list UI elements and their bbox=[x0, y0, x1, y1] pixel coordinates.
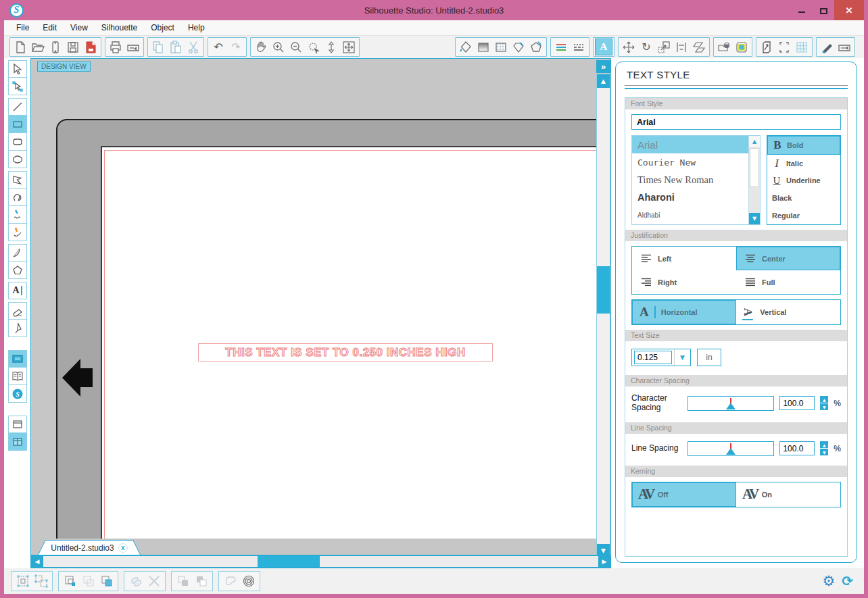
menu-silhouette[interactable]: Silhouette bbox=[95, 20, 144, 35]
select-tool[interactable] bbox=[8, 60, 27, 78]
orientation-vertical-button[interactable]: AVertical bbox=[736, 300, 840, 324]
scroll-left-button[interactable]: ◀ bbox=[31, 555, 43, 568]
sketch-style-button[interactable] bbox=[510, 39, 527, 55]
style-bold-button[interactable]: BBold bbox=[767, 136, 840, 155]
vertical-scroll-thumb[interactable] bbox=[597, 266, 610, 314]
text-tool[interactable]: A bbox=[8, 282, 27, 299]
font-item-arial[interactable]: Arial bbox=[632, 136, 748, 153]
ungroup-button[interactable] bbox=[32, 572, 50, 590]
artwork-text[interactable]: THIS TEXT IS SET TO 0.250 INCHES HIGH bbox=[198, 343, 493, 362]
justify-left-button[interactable]: Left bbox=[632, 247, 736, 270]
style-underline-button[interactable]: UUnderline bbox=[767, 172, 840, 190]
spin-down-icon[interactable]: ▼ bbox=[820, 403, 828, 410]
scale-button[interactable] bbox=[655, 39, 673, 55]
rounded-rectangle-tool[interactable] bbox=[8, 133, 27, 151]
regular-polygon-tool[interactable] bbox=[8, 261, 27, 279]
character-spacing-spinner[interactable]: ▲▼ bbox=[820, 396, 828, 410]
kerning-off-button[interactable]: AVOff bbox=[632, 482, 736, 507]
ellipse-tool[interactable] bbox=[8, 151, 27, 168]
character-spacing-slider-handle[interactable] bbox=[726, 403, 736, 409]
font-item-aharoni[interactable]: Aharoni bbox=[632, 189, 748, 206]
line-polygon-button[interactable] bbox=[527, 39, 545, 55]
scroll-right-button[interactable]: ▶ bbox=[598, 555, 610, 568]
sketch-orange-tool[interactable] bbox=[8, 224, 27, 241]
align-button[interactable] bbox=[673, 39, 690, 55]
design-canvas[interactable]: DESIGN VIEW THIS TEXT IS SET TO 0.250 IN… bbox=[30, 58, 611, 568]
split-pane-button[interactable] bbox=[8, 433, 27, 451]
character-spacing-slider[interactable] bbox=[688, 396, 774, 411]
pixscan-button[interactable] bbox=[47, 39, 64, 55]
save-to-library-button[interactable] bbox=[82, 39, 99, 55]
design-page-view-button[interactable] bbox=[8, 350, 27, 368]
panel-expand-button[interactable]: » bbox=[596, 60, 610, 73]
compound-filled-button[interactable] bbox=[97, 572, 116, 590]
font-item-aldhabi[interactable]: Aldhabi bbox=[632, 206, 748, 224]
horizontal-scroll-thumb[interactable] bbox=[258, 556, 320, 567]
point-edit-tool[interactable] bbox=[8, 78, 27, 95]
justify-right-button[interactable]: Right bbox=[632, 270, 736, 294]
save-button[interactable] bbox=[64, 39, 82, 55]
fill-color-button[interactable] bbox=[457, 39, 475, 55]
curve-tool[interactable] bbox=[8, 189, 27, 206]
arc-tool[interactable] bbox=[8, 244, 27, 261]
send-to-silhouette-button[interactable] bbox=[124, 39, 142, 55]
menu-object[interactable]: Object bbox=[144, 20, 181, 35]
horizontal-scroll-track[interactable] bbox=[43, 556, 598, 567]
rotate-button[interactable]: ↻ bbox=[637, 39, 655, 55]
divide-button[interactable] bbox=[145, 572, 163, 590]
line-spacing-value[interactable] bbox=[779, 441, 815, 455]
preferences-gear-icon[interactable]: ⚙ bbox=[822, 574, 835, 589]
scroll-up-button[interactable]: ▲ bbox=[597, 74, 610, 88]
horizontal-scrollbar[interactable]: ◀ ▶ bbox=[31, 555, 610, 568]
page-flip-button[interactable] bbox=[758, 39, 775, 55]
menu-edit[interactable]: Edit bbox=[36, 20, 64, 35]
font-list-scrollbar[interactable]: ▲ ▼ bbox=[748, 136, 760, 224]
menu-file[interactable]: File bbox=[9, 20, 36, 35]
sync-icon[interactable]: ⟳ bbox=[842, 574, 853, 588]
new-document-button[interactable] bbox=[11, 39, 29, 55]
orientation-horizontal-button[interactable]: AHorizontal bbox=[632, 300, 736, 324]
page-setup-button[interactable] bbox=[775, 39, 793, 55]
knife-tool[interactable] bbox=[8, 320, 27, 337]
redo-button[interactable]: ↷ bbox=[227, 39, 245, 55]
library-view-button[interactable] bbox=[8, 368, 27, 385]
menu-help[interactable]: Help bbox=[181, 20, 212, 35]
pan-button[interactable] bbox=[252, 39, 270, 55]
font-name-input[interactable] bbox=[631, 114, 841, 130]
font-scroll-up-icon[interactable]: ▲ bbox=[749, 136, 760, 147]
font-scroll-thumb[interactable] bbox=[750, 148, 759, 187]
send-to-device-button[interactable] bbox=[836, 39, 853, 55]
copy-button[interactable] bbox=[149, 39, 167, 55]
open-button[interactable] bbox=[29, 39, 47, 55]
trace-outline-button[interactable] bbox=[239, 572, 258, 590]
library-highlight-button[interactable] bbox=[733, 39, 750, 55]
print-button[interactable] bbox=[107, 39, 124, 55]
line-color-button[interactable] bbox=[552, 39, 570, 55]
polygon-tool[interactable] bbox=[8, 171, 27, 189]
offset-button[interactable] bbox=[221, 572, 239, 590]
menu-view[interactable]: View bbox=[64, 20, 95, 35]
line-tool[interactable] bbox=[8, 98, 27, 116]
bring-forward-button[interactable] bbox=[174, 572, 192, 590]
fit-to-page-button[interactable] bbox=[340, 39, 358, 55]
text-size-input[interactable] bbox=[634, 351, 672, 364]
release-compound-path-button[interactable] bbox=[79, 572, 97, 590]
group-button[interactable] bbox=[14, 572, 32, 590]
maximize-button[interactable] bbox=[813, 0, 834, 20]
zoom-out-button[interactable] bbox=[287, 39, 305, 55]
undo-button[interactable]: ↶ bbox=[210, 39, 227, 55]
make-compound-path-button[interactable] bbox=[61, 572, 79, 590]
line-spacing-spinner[interactable]: ▲▼ bbox=[820, 441, 828, 455]
weld-button[interactable] bbox=[126, 572, 145, 590]
spin-down-icon[interactable]: ▼ bbox=[820, 449, 828, 455]
spin-up-icon[interactable]: ▲ bbox=[820, 396, 828, 403]
sketch-pen-button[interactable] bbox=[818, 39, 836, 55]
close-button[interactable]: ✕ bbox=[834, 0, 864, 20]
fill-pattern-button[interactable] bbox=[492, 39, 510, 55]
single-pane-button[interactable] bbox=[8, 416, 27, 433]
paste-button[interactable] bbox=[167, 39, 185, 55]
zoom-in-button[interactable] bbox=[270, 39, 287, 55]
move-button[interactable] bbox=[620, 39, 637, 55]
document-tab[interactable]: Untitled-2.studio3 x bbox=[38, 540, 141, 555]
font-item-times[interactable]: Times New Roman bbox=[632, 171, 748, 189]
